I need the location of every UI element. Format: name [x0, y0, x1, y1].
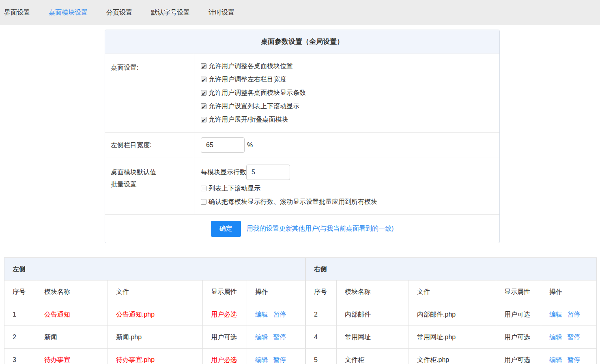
option-list-scroll: 允许用户设置列表上下滚动显示: [201, 101, 493, 111]
right-table-title: 右侧: [306, 258, 597, 280]
cell-file: 常用网址.php: [409, 326, 496, 349]
cell-display-attr: 用户可选: [496, 326, 541, 349]
option-adjust-column-width: 允许用户调整左右栏目宽度: [201, 75, 493, 84]
checkbox-expand-collapse[interactable]: [201, 117, 206, 122]
edit-link[interactable]: 编辑: [255, 334, 268, 340]
left-table-band: 左侧: [4, 258, 305, 280]
left-column-width-label: 左侧栏目宽度:: [105, 133, 194, 158]
edit-link[interactable]: 编辑: [255, 356, 268, 363]
pause-link[interactable]: 暂停: [567, 356, 580, 363]
pause-link[interactable]: 暂停: [273, 334, 286, 340]
col-header-module-name: 模块名称: [36, 280, 108, 303]
cell-display-attr: 用户必选: [203, 349, 247, 364]
cell-actions: 编辑 暂停: [541, 303, 597, 326]
checkbox-list-scroll[interactable]: [201, 103, 206, 109]
module-defaults-label: 桌面模块默认值 批量设置: [105, 158, 194, 214]
cell-actions: 编辑 暂停: [541, 349, 597, 364]
cell-no: 2: [306, 303, 337, 326]
percent-unit-label: %: [247, 141, 253, 149]
col-header-display-attr: 显示属性: [203, 280, 247, 303]
cell-no: 3: [4, 349, 36, 364]
module-defaults-label-line1: 桌面模块默认值: [111, 166, 188, 178]
col-header-file: 文件: [108, 280, 203, 303]
cell-module-name: 常用网址: [337, 326, 409, 349]
tab-interface-settings[interactable]: 界面设置: [4, 9, 30, 17]
table-row: 2 新闻 新闻.php 用户可选 编辑 暂停: [4, 326, 305, 349]
desktop-parameters-panel: 桌面参数设置（全局设置） 桌面设置: 允许用户调整各桌面模块位置 允许用户调整左…: [105, 30, 500, 243]
left-table-header: 序号 模块名称 文件 显示属性 操作: [4, 280, 305, 303]
option-label: 允许用户展开/折叠桌面模块: [209, 115, 288, 124]
cell-module-name: 内部邮件: [337, 303, 409, 326]
cell-file: 新闻.php: [108, 326, 203, 349]
desktop-settings-options: 允许用户调整各桌面模块位置 允许用户调整左右栏目宽度 允许用户调整各桌面模块显示…: [194, 54, 499, 132]
checkbox-adjust-module-position[interactable]: [201, 63, 206, 69]
desktop-settings-row: 桌面设置: 允许用户调整各桌面模块位置 允许用户调整左右栏目宽度 允许用户调整各…: [105, 54, 499, 133]
tab-desktop-module-settings[interactable]: 桌面模块设置: [49, 9, 88, 17]
module-defaults-row: 桌面模块默认值 批量设置 每模块显示行数 列表上下滚动显示 确认把每模块显示行数…: [105, 158, 499, 215]
rows-per-module-input[interactable]: [246, 165, 290, 180]
col-header-actions: 操作: [247, 280, 305, 303]
pause-link[interactable]: 暂停: [273, 311, 286, 318]
col-header-no: 序号: [306, 280, 337, 303]
cell-display-attr: 用户可选: [496, 303, 541, 326]
edit-link[interactable]: 编辑: [549, 311, 562, 318]
pause-link[interactable]: 暂停: [273, 356, 286, 363]
option-label: 允许用户调整各桌面模块显示条数: [209, 88, 306, 98]
desktop-settings-label: 桌面设置:: [105, 54, 194, 132]
cell-display-attr: 用户可选: [496, 349, 541, 364]
update-other-users-link[interactable]: 用我的设置更新其他用户(与我当前桌面看到的一致): [247, 225, 394, 233]
option-batch-apply-all: 确认把每模块显示行数、滚动显示设置批量应用到所有模块: [201, 197, 493, 207]
cell-no: 2: [4, 326, 36, 349]
tab-timing-settings[interactable]: 计时设置: [209, 9, 234, 17]
col-header-module-name: 模块名称: [337, 280, 409, 303]
rows-per-module-label: 每模块显示行数: [201, 168, 246, 177]
cell-module-name: 待办事宜: [36, 349, 108, 364]
cell-file: 公告通知.php: [108, 303, 203, 326]
edit-link[interactable]: 编辑: [549, 356, 562, 363]
left-column-width-content: %: [194, 133, 499, 158]
confirm-button[interactable]: 确定: [211, 221, 241, 237]
pause-link[interactable]: 暂停: [567, 334, 580, 340]
col-header-display-attr: 显示属性: [496, 280, 541, 303]
module-defaults-content: 每模块显示行数 列表上下滚动显示 确认把每模块显示行数、滚动显示设置批量应用到所…: [194, 158, 499, 214]
col-header-file: 文件: [409, 280, 496, 303]
table-row: 3 待办事宜 待办事宜.php 用户必选 编辑 暂停: [4, 349, 305, 364]
cell-module-name: 公告通知: [36, 303, 108, 326]
cell-file: 内部邮件.php: [409, 303, 496, 326]
cell-file: 文件柜.php: [409, 349, 496, 364]
cell-file: 待办事宜.php: [108, 349, 203, 364]
checkbox-batch-list-scroll[interactable]: [201, 186, 206, 191]
tab-pagination-settings[interactable]: 分页设置: [106, 9, 132, 17]
left-column-width-row: 左侧栏目宽度: %: [105, 133, 499, 158]
option-label: 允许用户调整各桌面模块位置: [209, 61, 293, 71]
module-defaults-label-line2: 批量设置: [111, 178, 188, 191]
option-adjust-module-position: 允许用户调整各桌面模块位置: [201, 61, 493, 71]
panel-title: 桌面参数设置（全局设置）: [105, 30, 499, 54]
table-row: 4 常用网址 常用网址.php 用户可选 编辑 暂停: [306, 326, 597, 349]
edit-link[interactable]: 编辑: [255, 311, 268, 318]
checkbox-adjust-column-width[interactable]: [201, 77, 206, 82]
cell-module-name: 新闻: [36, 326, 108, 349]
checkbox-batch-apply-all[interactable]: [201, 199, 206, 205]
option-adjust-display-count: 允许用户调整各桌面模块显示条数: [201, 88, 493, 98]
left-column-width-input[interactable]: [201, 137, 245, 153]
left-modules-table: 左侧 序号 模块名称 文件 显示属性 操作 1 公告通知 公告通知.php 用户…: [4, 257, 305, 364]
cell-no: 5: [306, 349, 337, 364]
cell-display-attr: 用户必选: [203, 303, 247, 326]
checkbox-adjust-display-count[interactable]: [201, 90, 206, 96]
rows-per-module-field: 每模块显示行数: [201, 165, 493, 180]
cell-display-attr: 用户可选: [203, 326, 247, 349]
edit-link[interactable]: 编辑: [549, 334, 562, 340]
table-row: 5 文件柜 文件柜.php 用户可选 编辑 暂停: [306, 349, 597, 364]
module-tables: 左侧 序号 模块名称 文件 显示属性 操作 1 公告通知 公告通知.php 用户…: [4, 257, 596, 364]
col-header-no: 序号: [4, 280, 36, 303]
cell-module-name: 文件柜: [337, 349, 409, 364]
option-label: 确认把每模块显示行数、滚动显示设置批量应用到所有模块: [209, 197, 377, 207]
pause-link[interactable]: 暂停: [567, 311, 580, 318]
tab-default-font-size-settings[interactable]: 默认字号设置: [151, 9, 190, 17]
option-label: 列表上下滚动显示: [209, 184, 260, 193]
cell-no: 4: [306, 326, 337, 349]
cell-actions: 编辑 暂停: [247, 303, 305, 326]
col-header-actions: 操作: [541, 280, 597, 303]
option-batch-list-scroll: 列表上下滚动显示: [201, 184, 493, 193]
